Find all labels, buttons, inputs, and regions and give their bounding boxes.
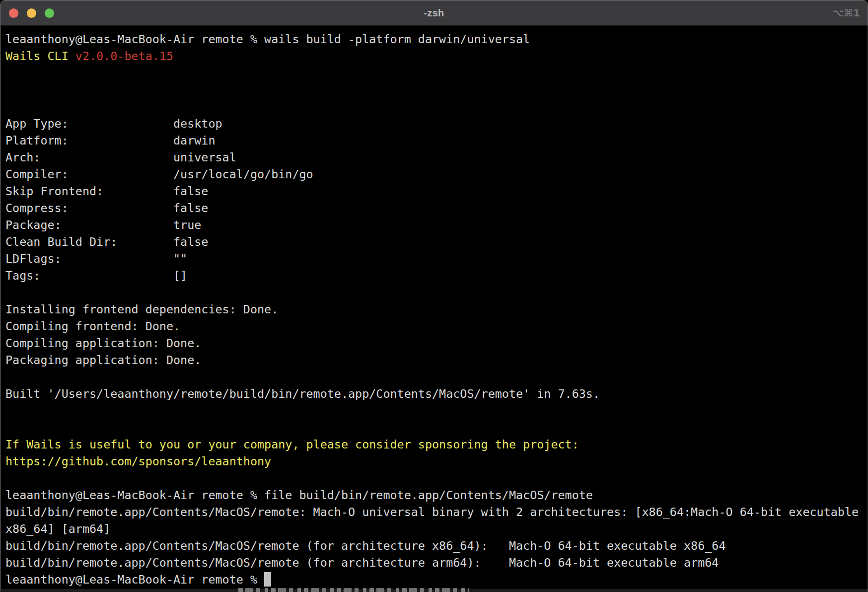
terminal-line: Installing frontend dependencies: Done. xyxy=(5,301,868,318)
terminal-line: leaanthony@Leas-MacBook-Air remote % fil… xyxy=(5,487,868,504)
terminal-text: leaanthony@Leas-MacBook-Air remote % fil… xyxy=(5,488,593,502)
terminal-line xyxy=(5,369,868,385)
terminal-line xyxy=(5,81,868,98)
titlebar[interactable]: -zsh ⌥⌘1 xyxy=(0,0,868,26)
terminal-text: Compiler: /usr/local/go/bin/go xyxy=(5,167,313,181)
terminal-text: Installing frontend dependencies: Done. xyxy=(5,302,278,316)
terminal-text: Arch: universal xyxy=(5,150,236,164)
terminal-line: If Wails is useful to you or your compan… xyxy=(5,436,868,453)
terminal-window: -zsh ⌥⌘1 leaanthony@Leas-MacBook-Air rem… xyxy=(0,0,868,592)
terminal-text: build/bin/remote.app/Contents/MacOS/remo… xyxy=(5,505,859,519)
terminal-line: Compiling frontend: Done. xyxy=(5,318,868,335)
window-shortcut-hint: ⌥⌘1 xyxy=(832,0,860,26)
terminal-text: leaanthony@Leas-MacBook-Air remote % xyxy=(5,573,264,587)
terminal-cursor xyxy=(264,572,271,587)
terminal-text: If Wails is useful to you or your compan… xyxy=(5,438,579,451)
terminal-line xyxy=(5,470,868,487)
terminal-line xyxy=(5,284,868,301)
terminal-line: build/bin/remote.app/Contents/MacOS/remo… xyxy=(5,554,868,571)
terminal-text: Compiling frontend: Done. xyxy=(5,319,180,333)
terminal-line: Clean Build Dir: false xyxy=(5,233,868,250)
terminal-line: Arch: universal xyxy=(5,149,868,166)
terminal-line: build/bin/remote.app/Contents/MacOS/remo… xyxy=(5,504,868,520)
terminal-text: App Type: desktop xyxy=(5,117,222,131)
terminal-text: Package: true xyxy=(5,218,201,232)
window-title: -zsh xyxy=(0,7,868,19)
terminal-line: leaanthony@Leas-MacBook-Air remote % xyxy=(5,571,868,588)
terminal-text: build/bin/remote.app/Contents/MacOS/remo… xyxy=(5,556,719,570)
terminal-line: Compiling application: Done. xyxy=(5,335,868,352)
terminal-text: LDFlags: "" xyxy=(5,252,187,266)
terminal-line xyxy=(5,419,868,436)
terminal-screen[interactable]: leaanthony@Leas-MacBook-Air remote % wai… xyxy=(0,26,868,592)
terminal-line: LDFlags: "" xyxy=(5,250,868,267)
terminal-line: Compiler: /usr/local/go/bin/go xyxy=(5,166,868,183)
terminal-line: leaanthony@Leas-MacBook-Air remote % wai… xyxy=(5,31,868,48)
terminal-line: Packaging application: Done. xyxy=(5,352,868,369)
terminal-text: Built '/Users/leaanthony/remote/build/bi… xyxy=(5,387,600,401)
terminal-text: v2.0.0-beta.15 xyxy=(75,49,173,63)
terminal-line xyxy=(5,98,868,115)
terminal-text: Platform: darwin xyxy=(5,134,215,148)
terminal-text: Wails CLI xyxy=(5,49,75,63)
terminal-text: Compress: false xyxy=(5,201,208,215)
terminal-line: Skip Frontend: false xyxy=(5,183,868,200)
terminal-line: Package: true xyxy=(5,217,868,233)
terminal-line xyxy=(5,65,868,81)
terminal-line: Wails CLI v2.0.0-beta.15 xyxy=(5,48,868,65)
terminal-text: leaanthony@Leas-MacBook-Air remote % wai… xyxy=(5,32,530,46)
terminal-line: x86_64] [arm64] xyxy=(5,520,868,537)
terminal-text: build/bin/remote.app/Contents/MacOS/remo… xyxy=(5,539,725,553)
terminal-text: x86_64] [arm64] xyxy=(5,522,110,536)
terminal-text: Clean Build Dir: false xyxy=(5,235,208,249)
terminal-line: Platform: darwin xyxy=(5,132,868,149)
terminal-text: Skip Frontend: false xyxy=(5,184,208,198)
clipped-text-fragment xyxy=(238,588,469,592)
terminal-line: App Type: desktop xyxy=(5,115,868,132)
terminal-text: https://github.com/sponsors/leaanthony xyxy=(5,454,271,468)
terminal-line: Tags: [] xyxy=(5,267,868,284)
terminal-text: Tags: [] xyxy=(5,269,187,283)
terminal-line: https://github.com/sponsors/leaanthony xyxy=(5,453,868,470)
terminal-text: Compiling application: Done. xyxy=(5,336,201,350)
terminal-line: Compress: false xyxy=(5,200,868,217)
terminal-line: Built '/Users/leaanthony/remote/build/bi… xyxy=(5,385,868,402)
terminal-line: build/bin/remote.app/Contents/MacOS/remo… xyxy=(5,537,868,554)
terminal-text: Packaging application: Done. xyxy=(5,353,201,367)
terminal-line xyxy=(5,402,868,419)
